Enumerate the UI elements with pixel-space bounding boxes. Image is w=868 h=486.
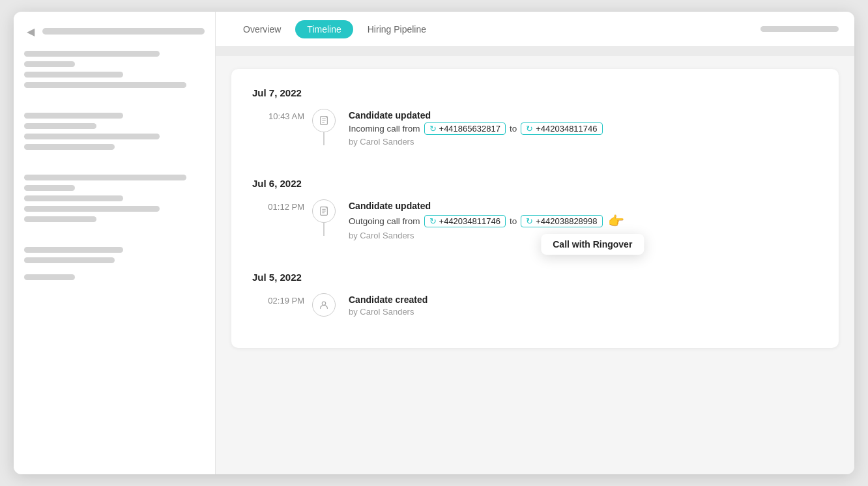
timeline-card: Jul 7, 2022 10:43 AM — [231, 69, 839, 348]
tab-hiring-pipeline[interactable]: Hiring Pipeline — [356, 20, 438, 38]
date-header-3: Jul 5, 2022 — [252, 272, 818, 283]
sidebar-item — [24, 185, 75, 191]
sidebar-header: ◀ — [24, 25, 205, 38]
header-separator — [216, 47, 854, 56]
sidebar-item — [24, 123, 96, 129]
event-title-2: Candidate updated — [349, 201, 818, 211]
tab-bar: Overview Timeline Hiring Pipeline — [231, 20, 438, 38]
sidebar-item — [24, 113, 123, 119]
event-by-1: by Carol Sanders — [349, 137, 818, 147]
entry-time-3: 02:19 PM — [252, 293, 304, 306]
date-header-2: Jul 6, 2022 — [252, 178, 818, 189]
sidebar-section-1 — [24, 113, 205, 150]
date-header-1: Jul 7, 2022 — [252, 87, 818, 98]
entry-time-1: 10:43 AM — [252, 109, 304, 121]
tooltip-wrapper: ↻ +442038828998 Call with Ringover — [521, 215, 602, 227]
event-prefix-1: Incoming call from — [349, 124, 420, 134]
sidebar: ◀ — [14, 12, 216, 474]
phone-to-2[interactable]: ↻ +442038828998 — [521, 215, 602, 227]
timeline-group-3: Jul 5, 2022 02:19 PM C — [252, 272, 818, 330]
phone-from-1[interactable]: ↻ +441865632817 — [424, 122, 506, 135]
event-by-3: by Carol Sanders — [349, 307, 818, 317]
ringover-tooltip: Call with Ringover — [541, 234, 644, 255]
timeline-group-1: Jul 7, 2022 10:43 AM — [252, 87, 818, 160]
sidebar-item — [24, 72, 123, 78]
sidebar-item — [24, 206, 160, 212]
refresh-icon-2: ↻ — [429, 216, 437, 226]
timeline-entry-1: 10:43 AM — [252, 109, 818, 160]
timeline-group-2: Jul 6, 2022 01:12 PM — [252, 178, 818, 253]
sidebar-item — [24, 195, 123, 201]
phone-from-number-1: +441865632817 — [439, 124, 500, 134]
sidebar-item — [24, 61, 75, 67]
sidebar-item — [24, 51, 160, 57]
timeline-vline-2 — [323, 223, 325, 236]
event-title-3: Candidate created — [349, 294, 818, 305]
sidebar-toggle[interactable]: ◀ — [24, 25, 37, 38]
main-content: Overview Timeline Hiring Pipeline Jul 7,… — [216, 12, 854, 474]
entry-content-3: Candidate created by Carol Sanders — [343, 293, 818, 330]
tab-overview[interactable]: Overview — [231, 20, 293, 38]
phone-to-number-1: +442034811746 — [536, 124, 597, 134]
header: Overview Timeline Hiring Pipeline — [216, 12, 854, 47]
event-title-1: Candidate updated — [349, 110, 818, 121]
timeline-entry-2: 01:12 PM — [252, 199, 818, 253]
entry-content-2: Candidate updated Outgoing call from ↻ +… — [343, 199, 818, 253]
sidebar-item — [24, 82, 186, 88]
timeline-line-col-1 — [304, 109, 343, 145]
refresh-icon-1: ↻ — [429, 124, 437, 134]
sidebar-item — [24, 144, 115, 150]
sidebar-title-bar — [42, 28, 205, 35]
event-detail-1: Incoming call from ↻ +441865632817 to ↻ … — [349, 122, 818, 135]
header-right-placeholder — [760, 26, 839, 32]
sidebar-nav — [24, 51, 205, 88]
refresh-icon-1b: ↻ — [526, 124, 533, 134]
entry-content-1: Candidate updated Incoming call from ↻ +… — [343, 109, 818, 160]
entry-time-2: 01:12 PM — [252, 199, 304, 212]
cursor-icon: 👉 — [608, 213, 624, 229]
event-detail-2: Outgoing call from ↻ +442034811746 to ↻ — [349, 213, 818, 229]
tab-timeline[interactable]: Timeline — [295, 20, 353, 38]
sidebar-item — [24, 247, 123, 253]
timeline-line-col-3 — [304, 293, 343, 317]
timeline-entry-3: 02:19 PM Candidate created by C — [252, 293, 818, 330]
to-text-2: to — [510, 216, 517, 226]
phone-from-2[interactable]: ↻ +442034811746 — [424, 215, 506, 227]
sidebar-item — [24, 257, 115, 263]
event-prefix-2: Outgoing call from — [349, 216, 420, 226]
sidebar-item — [24, 274, 75, 280]
to-text-1: to — [510, 124, 517, 134]
timeline-vline-1 — [323, 132, 325, 145]
phone-to-number-2: +442038828998 — [536, 216, 597, 226]
phone-from-number-2: +442034811746 — [439, 216, 500, 226]
timeline-content-area: Jul 7, 2022 10:43 AM — [216, 56, 854, 474]
entry-icon-2 — [312, 199, 336, 223]
timeline-line-col-2 — [304, 199, 343, 236]
refresh-icon-2b: ↻ — [526, 216, 533, 226]
entry-icon-3 — [312, 293, 336, 317]
sidebar-section-2 — [24, 175, 205, 222]
entry-icon-1 — [312, 109, 336, 132]
sidebar-item — [24, 216, 96, 222]
svg-point-10 — [322, 302, 325, 305]
sidebar-item — [24, 175, 186, 180]
sidebar-item — [24, 134, 160, 139]
phone-to-1[interactable]: ↻ +442034811746 — [521, 122, 602, 135]
sidebar-section-3 — [24, 247, 205, 280]
